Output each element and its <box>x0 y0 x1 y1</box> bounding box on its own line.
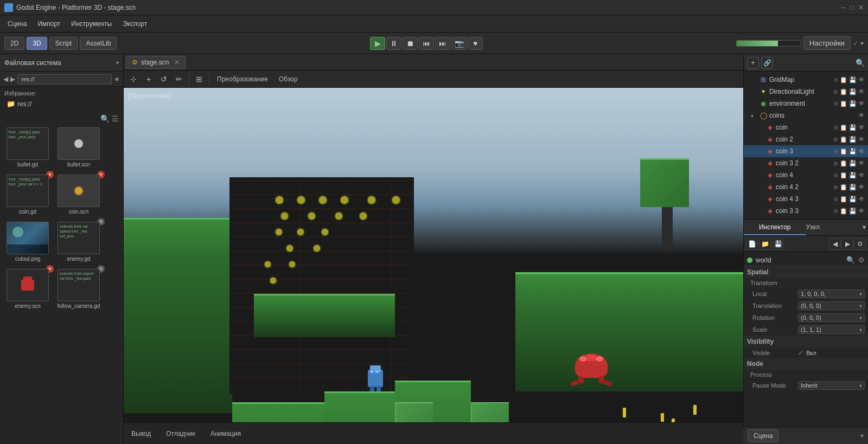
tree-eye-coin[interactable]: 👁 <box>858 124 865 131</box>
menu-export[interactable]: Экспорт <box>117 18 152 30</box>
insp-value-translation[interactable]: (0, 0, 0) ▾ <box>798 301 865 310</box>
tree-action-c2-3[interactable]: 💾 <box>849 136 857 143</box>
tree-action-c4-2[interactable]: 📋 <box>840 172 847 179</box>
path-back-btn[interactable]: ◀ <box>3 75 8 83</box>
inspector-tab-inspector[interactable]: Инспектор <box>744 220 806 235</box>
tree-eye-gridmap[interactable]: 👁 <box>858 76 865 83</box>
tree-action-c3-3[interactable]: 💾 <box>849 148 857 155</box>
mode-3d-btn[interactable]: 3D <box>27 37 47 50</box>
tree-item-coin42[interactable]: ◈ coin 4 2 ⊕ 📋 💾 👁 <box>744 181 868 193</box>
tree-action-dl-3[interactable]: 💾 <box>849 88 857 95</box>
tree-action-dl-1[interactable]: ⊕ <box>833 88 838 95</box>
transform-menu-btn[interactable]: Преобразование <box>213 74 272 84</box>
translation-dropdown[interactable]: ▾ <box>859 303 862 309</box>
settings-btn[interactable]: Настройки <box>803 36 851 50</box>
tree-item-coin4[interactable]: ◈ coin 4 ⊕ 📋 💾 👁 <box>744 169 868 181</box>
tree-action-c1-3[interactable]: 💾 <box>849 124 857 131</box>
camera-btn[interactable]: 📷 <box>451 37 467 50</box>
favorites-item-res[interactable]: 📁 res:// <box>4 99 119 109</box>
tree-item-coin32[interactable]: ◈ coin 3 2 ⊕ 📋 💾 👁 <box>744 157 868 169</box>
world-settings-btn[interactable]: ⚙ <box>858 256 865 264</box>
tree-item-coin2[interactable]: ◈ coin 2 ⊕ 📋 💾 👁 <box>744 133 868 145</box>
file-item-bullet-scn[interactable]: bullet.scn <box>54 125 103 170</box>
tree-eye-coin33[interactable]: 👁 <box>858 207 865 215</box>
scene-search-btn[interactable]: 🔍 <box>856 59 865 67</box>
path-forward-btn[interactable]: ▶ <box>10 75 15 83</box>
insp-value-local[interactable]: 1, 0, 0, 0, ▾ <box>798 289 865 298</box>
insp-value-scale[interactable]: (1, 1, 1) ▾ <box>798 325 865 334</box>
tree-action-c1-1[interactable]: ⊕ <box>833 124 838 131</box>
forward-btn[interactable]: ⏭ <box>435 37 450 50</box>
tree-action-c2-1[interactable]: ⊕ <box>833 136 838 143</box>
add-tool-btn[interactable]: + <box>142 73 155 86</box>
tab-animation[interactable]: Анимация <box>207 428 244 440</box>
world-search-btn[interactable]: 🔍 <box>846 256 855 264</box>
local-dropdown[interactable]: ▾ <box>859 291 862 297</box>
path-input[interactable]: res:// <box>17 74 112 84</box>
tree-action-c2-2[interactable]: 📋 <box>840 136 847 143</box>
insp-value-rotation[interactable]: (0, 0, 0) ▾ <box>798 313 865 322</box>
tree-action-c4-1[interactable]: ⊕ <box>833 172 838 179</box>
tree-action-env-3[interactable]: 💾 <box>849 100 857 107</box>
file-item-bullet-gd[interactable]: func _ready() pass func _proc pass bulle… <box>3 125 52 170</box>
tree-eye-coin43[interactable]: 👁 <box>858 195 865 203</box>
file-item-enemy-gd[interactable]: ⚙ extends Kine var speed func _rea set_p… <box>54 220 103 265</box>
insp-value-pause-mode[interactable]: Inherit ▾ <box>798 381 865 390</box>
scene-dropdown[interactable]: ▾ <box>860 432 864 440</box>
script-btn[interactable]: Script <box>49 37 78 50</box>
tree-item-coin43[interactable]: ◈ coin 4 3 ⊕ 📋 💾 👁 <box>744 193 868 205</box>
tree-item-coin[interactable]: ◈ coin ⊕ 📋 💾 👁 <box>744 121 868 133</box>
tree-action-c43-2[interactable]: 📋 <box>840 196 847 203</box>
tree-item-coins[interactable]: ▾ ◯ coins 👁 <box>744 110 868 121</box>
minimize-btn[interactable]: ─ <box>841 4 846 11</box>
tree-eye-coin4[interactable]: 👁 <box>858 171 865 179</box>
insp-settings2-btn[interactable]: ⚙ <box>854 238 866 250</box>
tree-eye-coin3[interactable]: 👁 <box>858 147 865 155</box>
tree-eye-coin32[interactable]: 👁 <box>858 159 865 167</box>
assetlib-btn[interactable]: AssetLib <box>80 37 117 50</box>
scene-btn[interactable]: Сцена <box>748 429 778 442</box>
tree-action-gridmap-1[interactable]: ⊕ <box>833 76 838 83</box>
insp-back-btn[interactable]: ◀ <box>829 238 841 250</box>
menu-scene[interactable]: Сцена <box>2 18 32 30</box>
file-item-coin-gd[interactable]: ✕ func _ready() pass func _proc var x = … <box>3 172 52 217</box>
list-view-btn[interactable]: ☰ <box>112 114 119 123</box>
tree-action-gridmap-2[interactable]: 📋 <box>840 76 847 83</box>
tree-action-c32-2[interactable]: 📋 <box>840 160 847 167</box>
tree-item-coin33[interactable]: ◈ coin 3 3 ⊕ 📋 💾 👁 <box>744 205 868 217</box>
stop-btn[interactable]: ⏹ <box>403 37 418 50</box>
tree-eye-coin2[interactable]: 👁 <box>858 136 865 143</box>
menu-tools[interactable]: Инструменты <box>66 18 117 30</box>
tree-action-c33-2[interactable]: 📋 <box>840 208 847 215</box>
tree-action-c3-1[interactable]: ⊕ <box>833 148 838 155</box>
tree-action-c42-3[interactable]: 💾 <box>849 184 857 191</box>
search-files-btn[interactable]: 🔍 <box>100 114 110 123</box>
rotate-tool-btn[interactable]: ↺ <box>157 73 170 86</box>
insp-checkbox-visible[interactable]: ✓ <box>798 349 804 357</box>
tree-action-c1-2[interactable]: 📋 <box>840 124 847 131</box>
insp-file-btn[interactable]: 📄 <box>746 238 758 250</box>
tree-eye-dl[interactable]: 👁 <box>858 88 865 95</box>
tree-action-c43-3[interactable]: 💾 <box>849 196 857 203</box>
step-btn[interactable]: ⏮ <box>419 37 434 50</box>
tree-action-c32-1[interactable]: ⊕ <box>833 160 838 167</box>
scale-dropdown[interactable]: ▾ <box>859 327 862 333</box>
tree-item-gridmap[interactable]: ⊞ GridMap ⊕ 📋 💾 👁 <box>744 74 868 86</box>
tree-eye-coins[interactable]: 👁 <box>858 112 865 119</box>
tree-action-dl-2[interactable]: 📋 <box>840 88 847 95</box>
dropdown-arrow[interactable]: ▾ <box>860 40 864 47</box>
view-menu-btn[interactable]: Обзор <box>275 74 302 84</box>
tree-eye-coin42[interactable]: 👁 <box>858 183 865 191</box>
pause-btn[interactable]: ⏸ <box>386 37 401 50</box>
link-node-btn[interactable]: 🔗 <box>761 57 773 69</box>
tree-arrow-coins[interactable]: ▾ <box>751 113 757 119</box>
star-btn[interactable]: ★ <box>114 75 120 83</box>
tab-debugger[interactable]: Отладчик <box>163 428 198 440</box>
inspector-tab-node[interactable]: Узел ▾ <box>806 220 869 235</box>
file-item-cutout-png[interactable]: cutout.png <box>3 220 52 265</box>
tree-action-c32-3[interactable]: 💾 <box>849 160 857 167</box>
tree-action-gridmap-3[interactable]: 💾 <box>849 76 857 83</box>
inspector-dropdown[interactable]: ▾ <box>863 223 868 231</box>
maximize-btn[interactable]: □ <box>850 4 854 11</box>
tree-action-c43-1[interactable]: ⊕ <box>833 196 838 203</box>
